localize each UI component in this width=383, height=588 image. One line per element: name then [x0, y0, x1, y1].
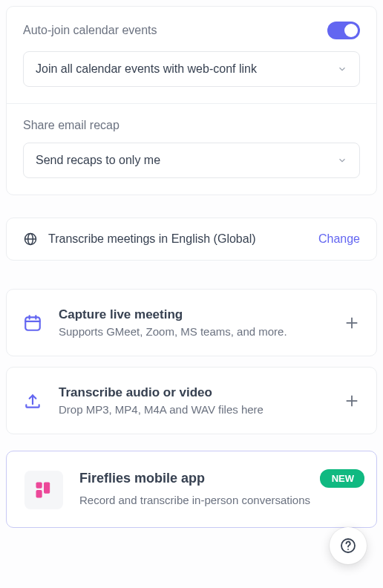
- autojoin-section: Auto-join calendar events Join all calen…: [7, 7, 376, 103]
- svg-point-16: [347, 549, 349, 550]
- autojoin-select-value: Join all calendar events with web-conf l…: [36, 62, 257, 76]
- upload-icon: [23, 391, 42, 411]
- mobile-title: Fireflies mobile app: [79, 471, 359, 486]
- autojoin-toggle[interactable]: [327, 22, 360, 39]
- upload-subtitle: Drop MP3, MP4, M4A and WAV files here: [59, 403, 327, 416]
- autojoin-header: Auto-join calendar events: [23, 22, 360, 39]
- capture-meeting-card[interactable]: Capture live meeting Supports GMeet, Zoo…: [6, 289, 377, 356]
- svg-rect-12: [36, 483, 42, 489]
- help-button[interactable]: [330, 527, 367, 564]
- plus-icon[interactable]: [344, 315, 360, 331]
- mobile-text: Fireflies mobile app Record and transcri…: [79, 471, 359, 506]
- new-badge: NEW: [320, 469, 364, 488]
- autojoin-label: Auto-join calendar events: [23, 24, 157, 37]
- recap-select[interactable]: Send recaps to only me: [23, 143, 360, 178]
- chevron-down-icon: [337, 64, 347, 74]
- recap-section: Share email recap Send recaps to only me: [7, 103, 376, 195]
- transcribe-language-text: Transcribe meetings in English (Global): [48, 232, 308, 246]
- transcribe-language-card: Transcribe meetings in English (Global) …: [6, 218, 377, 261]
- svg-rect-14: [44, 483, 50, 494]
- plus-icon[interactable]: [344, 393, 360, 409]
- calendar-icon: [23, 313, 42, 333]
- toggle-knob: [344, 24, 358, 37]
- capture-text: Capture live meeting Supports GMeet, Zoo…: [59, 307, 327, 338]
- recap-label: Share email recap: [23, 119, 120, 132]
- settings-card: Auto-join calendar events Join all calen…: [6, 6, 377, 195]
- capture-title: Capture live meeting: [59, 307, 327, 322]
- autojoin-select[interactable]: Join all calendar events with web-conf l…: [23, 51, 360, 87]
- help-icon: [339, 537, 357, 555]
- chevron-down-icon: [337, 155, 347, 166]
- mobile-app-card[interactable]: Fireflies mobile app Record and transcri…: [6, 451, 377, 528]
- capture-subtitle: Supports GMeet, Zoom, MS teams, and more…: [59, 325, 327, 338]
- svg-rect-3: [25, 317, 40, 330]
- mobile-subtitle: Record and transcribe in-person conversa…: [79, 494, 359, 506]
- globe-icon: [23, 232, 38, 246]
- recap-header: Share email recap: [23, 119, 360, 132]
- recap-select-value: Send recaps to only me: [36, 154, 160, 167]
- upload-card[interactable]: Transcribe audio or video Drop MP3, MP4,…: [6, 367, 377, 434]
- svg-rect-13: [36, 490, 42, 498]
- fireflies-logo-icon: [24, 471, 63, 509]
- upload-text: Transcribe audio or video Drop MP3, MP4,…: [59, 385, 327, 416]
- upload-title: Transcribe audio or video: [59, 385, 327, 400]
- change-language-link[interactable]: Change: [318, 232, 360, 246]
